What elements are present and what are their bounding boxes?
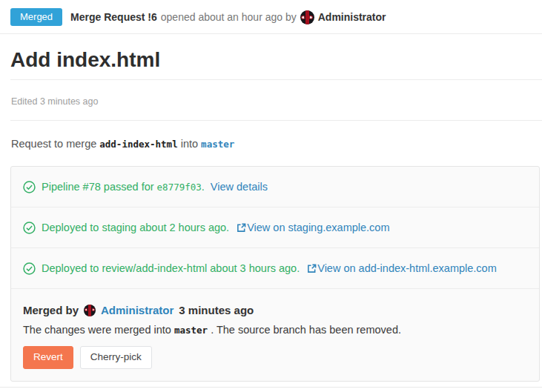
merged-by-heading: Merged by Administrator 3 minutes ago [23,304,527,316]
deploy-row-review: Deployed to review/add-index-html about … [11,248,539,289]
merged-target-branch: master [174,325,208,336]
divider [10,79,542,80]
edited-note: Edited 3 minutes ago [11,96,542,107]
view-details-link[interactable]: View details [211,181,268,193]
merged-body-text: The changes were merged into master . Th… [23,324,527,336]
opened-text: opened about an hour ago by [161,11,297,23]
view-on-environment-link[interactable]: View on add-index-html.example.com [305,262,497,274]
merged-actions: Revert Cherry-pick [23,346,527,369]
merged-time: 3 minutes ago [179,304,254,316]
merged-section: Merged by Administrator 3 minutes ago Th… [11,289,539,381]
request-to-merge-line: Request to merge add-index-html into mas… [11,138,542,150]
merger-avatar[interactable] [84,305,96,316]
merger-link[interactable]: Administrator [101,304,173,316]
check-circle-icon [23,262,36,275]
mr-widget: Pipeline #78 passed for e8779f03. View d… [10,166,540,382]
mr-reference: Merge Request !6 [70,11,157,23]
pipeline-status-row: Pipeline #78 passed for e8779f03. View d… [11,167,539,207]
pipeline-status-text: Pipeline #78 passed for e8779f03. [42,181,205,193]
into-text: into [181,138,198,150]
mr-state-text: Merge Request !6 opened about an hour ag… [70,10,386,24]
deploy-row-staging: Deployed to staging about 2 hours ago. V… [11,207,539,248]
merge-request-page: Merged Merge Request !6 opened about an … [0,0,542,392]
external-link-icon [237,223,246,233]
revert-button[interactable]: Revert [23,346,73,369]
view-on-environment-link[interactable]: View on staging.example.com [235,222,389,233]
deploy-status-text: Deployed to review/add-index-html about … [42,262,300,274]
mr-state-header: Merged Merge Request !6 opened about an … [0,0,542,34]
deploy-status-text: Deployed to staging about 2 hours ago. [42,222,229,233]
status-badge: Merged [10,8,62,26]
external-link-icon [307,264,317,273]
divider [0,387,542,388]
mr-title: Add index.html [10,48,542,72]
merged-by-label: Merged by [23,304,79,316]
check-circle-icon [23,181,36,193]
request-prefix: Request to merge [11,138,96,150]
source-branch: add-index-html [99,139,177,150]
author-link[interactable]: Administrator [318,11,386,23]
author-avatar[interactable] [300,10,314,24]
target-branch[interactable]: master [201,139,234,150]
cherry-pick-button[interactable]: Cherry-pick [80,346,152,369]
commit-sha[interactable]: e8779f03 [157,182,202,193]
check-circle-icon [23,222,36,234]
divider [10,120,542,121]
